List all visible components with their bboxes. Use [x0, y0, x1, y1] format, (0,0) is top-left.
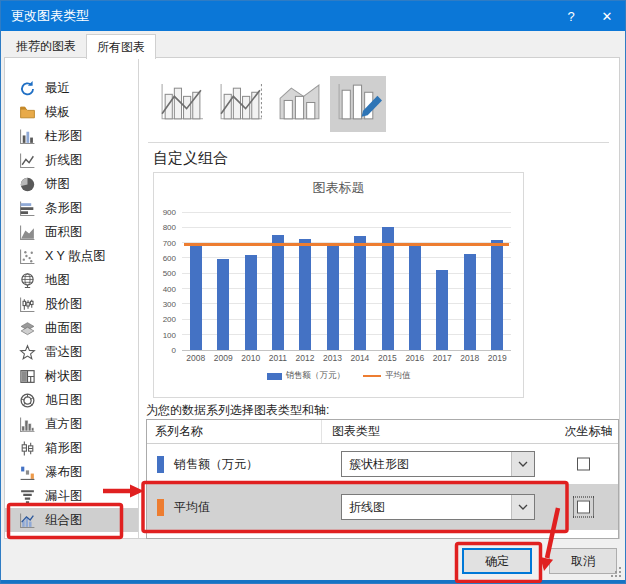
legend-bar-swatch — [267, 373, 282, 380]
x-tick-label: 2008 — [186, 353, 205, 363]
sidebar-item-label: 股价图 — [45, 296, 83, 313]
sidebar-item-bar-chart[interactable]: 条形图 — [5, 196, 138, 220]
legend-line-swatch — [363, 375, 381, 378]
chart-title: 图表标题 — [154, 179, 523, 197]
series-table: 系列名称 图表类型 次坐标轴 销售额（万元）簇状柱形图平均值折线图 — [146, 419, 619, 539]
stacked-area-clustered-column-icon — [276, 82, 323, 127]
series-name: 销售额（万元） — [174, 456, 258, 473]
clustered-column-line-secondary-axis-icon — [217, 82, 264, 127]
chevron-down-icon[interactable] — [511, 452, 534, 476]
sidebar-item-label: 漏斗图 — [45, 488, 83, 505]
resize-grip-icon[interactable] — [610, 566, 622, 578]
secondary-axis-checkbox[interactable] — [577, 501, 590, 514]
sidebar-item-treemap-chart[interactable]: 树状图 — [5, 364, 138, 388]
bar — [190, 246, 202, 350]
sidebar-item-map-chart[interactable]: 地图 — [5, 268, 138, 292]
legend-entry-sales: 销售额（万元） — [267, 370, 346, 382]
plot-area — [182, 212, 511, 350]
x-tick-label: 2015 — [378, 353, 397, 363]
area-chart-icon — [19, 224, 36, 241]
header-series-name: 系列名称 — [147, 420, 321, 443]
map-chart-icon — [19, 272, 36, 289]
y-tick-label: 100 — [163, 330, 176, 339]
titlebar[interactable]: 更改图表类型 ? ✕ — [1, 1, 625, 31]
sidebar-item-label: 地图 — [45, 272, 70, 289]
header-secondary-axis: 次坐标轴 — [559, 420, 618, 443]
sidebar-item-area-chart[interactable]: 面积图 — [5, 220, 138, 244]
sidebar-item-surface-chart[interactable]: 曲面图 — [5, 316, 138, 340]
bar — [436, 270, 448, 350]
chart-legend: 销售额（万元）平均值 — [154, 370, 523, 382]
series-table-header: 系列名称 图表类型 次坐标轴 — [147, 420, 618, 444]
sidebar-item-label: X Y 散点图 — [45, 248, 106, 265]
sidebar-item-label: 模板 — [45, 104, 70, 121]
series-name: 平均值 — [174, 499, 210, 516]
sidebar-item-funnel-chart[interactable]: 漏斗图 — [5, 484, 138, 508]
sidebar-item-scatter-chart[interactable]: X Y 散点图 — [5, 244, 138, 268]
sidebar-item-radar-chart[interactable]: 雷达图 — [5, 340, 138, 364]
sidebar-item-label: 雷达图 — [45, 344, 83, 361]
sidebar-item-label: 组合图 — [45, 512, 83, 529]
sidebar-item-waterfall-chart[interactable]: 瀑布图 — [5, 460, 138, 484]
secondary-axis-checkbox[interactable] — [577, 458, 590, 471]
x-tick-label: 2011 — [269, 353, 287, 363]
sidebar-item-label: 柱形图 — [45, 128, 83, 145]
chart-type-dropdown[interactable]: 簇状柱形图 — [341, 451, 535, 477]
average-line — [184, 243, 509, 246]
bar — [327, 245, 339, 350]
sidebar-item-combo-chart[interactable]: 组合图 — [5, 508, 138, 532]
sidebar-item-histogram-chart[interactable]: 直方图 — [5, 412, 138, 436]
y-tick-label: 600 — [163, 254, 176, 263]
combo-subtype-custom-combination[interactable] — [330, 76, 386, 132]
sidebar-item-line-chart[interactable]: 折线图 — [5, 148, 138, 172]
tab-all-charts[interactable]: 所有图表 — [86, 34, 156, 59]
pie-chart-icon — [19, 176, 36, 193]
combo-subtype-clustered-column-line-secondary-axis[interactable] — [212, 76, 268, 132]
sidebar-item-template[interactable]: 模板 — [5, 100, 138, 124]
sidebar-item-stock-chart[interactable]: 股价图 — [5, 292, 138, 316]
stock-chart-icon — [19, 296, 36, 313]
series-row-1[interactable]: 平均值折线图 — [147, 484, 618, 530]
combo-subtype-stacked-area-clustered-column[interactable] — [271, 76, 327, 132]
divider — [148, 142, 609, 143]
custom-combination-icon — [335, 82, 382, 127]
chart-preview: 图表标题 0100200300400500600700800900 200820… — [153, 172, 524, 398]
sidebar-item-label: 最近 — [45, 80, 70, 97]
combo-chart-icon — [19, 512, 36, 529]
chart-type-value: 簇状柱形图 — [349, 456, 409, 473]
x-tick-label: 2018 — [460, 353, 479, 363]
cancel-button[interactable]: 取消 — [549, 548, 617, 574]
series-row-0[interactable]: 销售额（万元）簇状柱形图 — [147, 444, 618, 484]
bar-chart-icon — [19, 200, 36, 217]
ok-button[interactable]: 确定 — [462, 548, 532, 574]
x-tick-label: 2012 — [296, 353, 315, 363]
chevron-down-icon[interactable] — [511, 495, 534, 519]
chart-type-dropdown[interactable]: 折线图 — [341, 494, 535, 520]
sidebar-item-label: 树状图 — [45, 368, 83, 385]
series-color-swatch — [157, 499, 164, 516]
combo-subtype-clustered-column-line[interactable] — [153, 76, 209, 132]
close-icon[interactable]: ✕ — [589, 1, 625, 31]
sidebar-item-label: 面积图 — [45, 224, 83, 241]
help-icon[interactable]: ? — [553, 1, 589, 31]
y-axis-labels: 0100200300400500600700800900 — [154, 212, 178, 350]
legend-label: 平均值 — [385, 370, 411, 382]
sidebar-item-recent[interactable]: 最近 — [5, 76, 138, 100]
legend-label: 销售额（万元） — [286, 370, 346, 382]
legend-entry-average: 平均值 — [363, 370, 411, 382]
waterfall-chart-icon — [19, 464, 36, 481]
tab-recommended-charts[interactable]: 推荐的图表 — [6, 35, 86, 58]
y-tick-label: 300 — [163, 300, 176, 309]
y-tick-label: 200 — [163, 315, 176, 324]
sidebar-item-label: 瀑布图 — [45, 464, 83, 481]
x-tick-label: 2016 — [405, 353, 424, 363]
chart-type-sidebar: 最近模板柱形图折线图饼图条形图面积图X Y 散点图地图股价图曲面图雷达图树状图旭… — [5, 58, 139, 538]
sidebar-item-sunburst-chart[interactable]: 旭日图 — [5, 388, 138, 412]
x-axis-labels: 2008200920102011201220132014201520162017… — [182, 353, 511, 363]
sidebar-item-pie-chart[interactable]: 饼图 — [5, 172, 138, 196]
sidebar-item-column-chart[interactable]: 柱形图 — [5, 124, 138, 148]
sidebar-item-box-whisker-chart[interactable]: 箱形图 — [5, 436, 138, 460]
box-whisker-chart-icon — [19, 440, 36, 457]
sidebar-item-label: 直方图 — [45, 416, 83, 433]
surface-chart-icon — [19, 320, 36, 337]
